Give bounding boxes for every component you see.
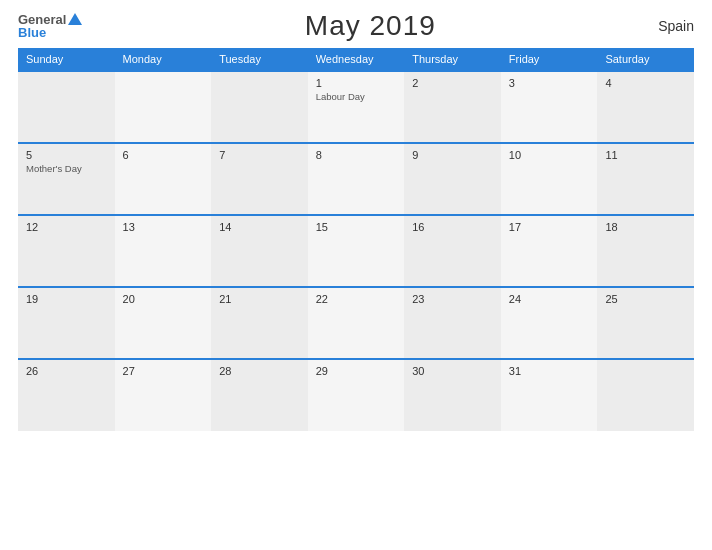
day-number: 3 xyxy=(509,77,590,89)
header-tuesday: Tuesday xyxy=(211,48,308,71)
day-number: 16 xyxy=(412,221,493,233)
calendar-day-cell: 10 xyxy=(501,143,598,215)
calendar-week-row: 12131415161718 xyxy=(18,215,694,287)
calendar-title: May 2019 xyxy=(82,10,658,42)
day-number: 13 xyxy=(123,221,204,233)
calendar-week-row: 1Labour Day234 xyxy=(18,71,694,143)
calendar-day-cell: 14 xyxy=(211,215,308,287)
day-number: 11 xyxy=(605,149,686,161)
calendar-day-cell: 12 xyxy=(18,215,115,287)
header-thursday: Thursday xyxy=(404,48,501,71)
calendar-day-cell: 1Labour Day xyxy=(308,71,405,143)
calendar-day-cell xyxy=(211,71,308,143)
day-number: 8 xyxy=(316,149,397,161)
day-number: 14 xyxy=(219,221,300,233)
title-area: May 2019 xyxy=(82,10,658,42)
calendar-day-cell xyxy=(115,71,212,143)
calendar-day-cell: 22 xyxy=(308,287,405,359)
weekday-header-row: Sunday Monday Tuesday Wednesday Thursday… xyxy=(18,48,694,71)
calendar-day-cell: 17 xyxy=(501,215,598,287)
calendar-day-cell: 18 xyxy=(597,215,694,287)
calendar-day-cell: 30 xyxy=(404,359,501,431)
page: General Blue May 2019 Spain Sunday Monda… xyxy=(0,0,712,550)
calendar-day-cell: 4 xyxy=(597,71,694,143)
calendar-day-cell: 8 xyxy=(308,143,405,215)
day-number: 2 xyxy=(412,77,493,89)
header-sunday: Sunday xyxy=(18,48,115,71)
header-monday: Monday xyxy=(115,48,212,71)
logo: General Blue xyxy=(18,13,82,39)
day-number: 5 xyxy=(26,149,107,161)
day-number: 17 xyxy=(509,221,590,233)
calendar-day-cell: 5Mother's Day xyxy=(18,143,115,215)
calendar-day-cell: 7 xyxy=(211,143,308,215)
day-number: 22 xyxy=(316,293,397,305)
calendar-day-cell xyxy=(597,359,694,431)
day-number: 10 xyxy=(509,149,590,161)
calendar-day-cell: 26 xyxy=(18,359,115,431)
calendar-day-cell: 15 xyxy=(308,215,405,287)
calendar-day-cell: 23 xyxy=(404,287,501,359)
day-number: 4 xyxy=(605,77,686,89)
calendar-day-cell: 20 xyxy=(115,287,212,359)
calendar-day-cell: 2 xyxy=(404,71,501,143)
day-number: 9 xyxy=(412,149,493,161)
calendar-day-cell: 21 xyxy=(211,287,308,359)
day-number: 25 xyxy=(605,293,686,305)
day-number: 21 xyxy=(219,293,300,305)
country-label: Spain xyxy=(658,18,694,34)
day-event: Mother's Day xyxy=(26,163,107,174)
calendar-day-cell: 16 xyxy=(404,215,501,287)
calendar-day-cell: 27 xyxy=(115,359,212,431)
calendar-day-cell: 28 xyxy=(211,359,308,431)
calendar-day-cell: 3 xyxy=(501,71,598,143)
logo-blue-text: Blue xyxy=(18,26,46,39)
day-number: 26 xyxy=(26,365,107,377)
day-number: 29 xyxy=(316,365,397,377)
calendar-day-cell: 9 xyxy=(404,143,501,215)
logo-triangle-icon xyxy=(68,13,82,25)
calendar-day-cell xyxy=(18,71,115,143)
calendar-day-cell: 11 xyxy=(597,143,694,215)
header-wednesday: Wednesday xyxy=(308,48,405,71)
header-saturday: Saturday xyxy=(597,48,694,71)
day-number: 24 xyxy=(509,293,590,305)
day-number: 12 xyxy=(26,221,107,233)
calendar-day-cell: 19 xyxy=(18,287,115,359)
header: General Blue May 2019 Spain xyxy=(0,0,712,48)
day-number: 15 xyxy=(316,221,397,233)
day-number: 1 xyxy=(316,77,397,89)
day-number: 27 xyxy=(123,365,204,377)
day-number: 23 xyxy=(412,293,493,305)
calendar-week-row: 262728293031 xyxy=(18,359,694,431)
calendar-week-row: 19202122232425 xyxy=(18,287,694,359)
day-number: 6 xyxy=(123,149,204,161)
calendar-wrapper: Sunday Monday Tuesday Wednesday Thursday… xyxy=(0,48,712,441)
calendar-day-cell: 13 xyxy=(115,215,212,287)
day-number: 18 xyxy=(605,221,686,233)
calendar-day-cell: 31 xyxy=(501,359,598,431)
day-event: Labour Day xyxy=(316,91,397,102)
calendar-week-row: 5Mother's Day67891011 xyxy=(18,143,694,215)
calendar-day-cell: 24 xyxy=(501,287,598,359)
calendar-table: Sunday Monday Tuesday Wednesday Thursday… xyxy=(18,48,694,431)
calendar-day-cell: 25 xyxy=(597,287,694,359)
day-number: 20 xyxy=(123,293,204,305)
calendar-day-cell: 29 xyxy=(308,359,405,431)
calendar-day-cell: 6 xyxy=(115,143,212,215)
day-number: 28 xyxy=(219,365,300,377)
day-number: 7 xyxy=(219,149,300,161)
day-number: 31 xyxy=(509,365,590,377)
header-friday: Friday xyxy=(501,48,598,71)
day-number: 19 xyxy=(26,293,107,305)
day-number: 30 xyxy=(412,365,493,377)
